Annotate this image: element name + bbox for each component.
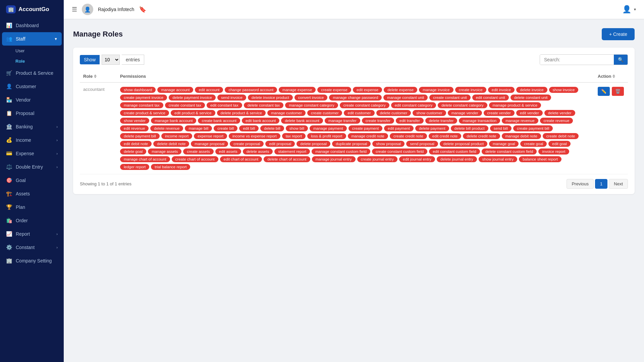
permission-badge: create vender: [484, 110, 515, 116]
permission-badge: manage constant custom field: [312, 148, 370, 155]
sidebar-label-banking: Banking: [16, 124, 33, 129]
permission-badge: delete constant unit: [511, 95, 551, 101]
search-button[interactable]: 🔍: [614, 55, 628, 65]
sidebar-item-vendor[interactable]: 🏪 Vendor: [0, 93, 64, 107]
sidebar-item-expense[interactable]: 💳 Expense ›: [0, 147, 64, 160]
bookmark-icon[interactable]: 🔖: [139, 6, 146, 13]
permission-badge: create revenue: [540, 118, 573, 124]
permission-badge: create constant unit: [429, 95, 470, 101]
topbar-chevron-icon[interactable]: ▾: [634, 7, 636, 12]
topbar-right: 👤 ▾: [622, 5, 636, 14]
sidebar-item-company-setting[interactable]: 🏢 Company Setting: [0, 254, 64, 267]
permission-badge: manage assets: [148, 148, 181, 155]
action-cell: ✏️ 🗑️: [594, 82, 628, 174]
permission-badge: show proposal: [372, 141, 405, 147]
sidebar-item-report[interactable]: 📈 Report ›: [0, 227, 64, 241]
sidebar-item-constant[interactable]: ⚙️ Constant ›: [0, 241, 64, 254]
sidebar-item-proposal[interactable]: 📋 Proposal: [0, 107, 64, 120]
permission-badge: manage vender: [448, 110, 482, 116]
topbar-user-icon[interactable]: 👤: [622, 5, 631, 14]
product-icon: 🛒: [6, 70, 12, 76]
search-box: 🔍: [540, 54, 628, 65]
edit-button[interactable]: ✏️: [598, 87, 610, 96]
page-1-button[interactable]: 1: [595, 179, 607, 189]
sidebar-label-assets: Assets: [16, 191, 30, 196]
sidebar-item-order[interactable]: 🛍️ Order: [0, 214, 64, 227]
permissions-cell: show dashboardmanage accountedit account…: [117, 82, 594, 174]
permission-badge: manage goal: [489, 141, 519, 147]
permission-badge: delete assets: [243, 148, 273, 155]
sidebar-item-goal[interactable]: 🎯 Goal: [0, 174, 64, 187]
sidebar-label-staff: Staff: [16, 36, 25, 42]
permission-badge: expense report: [194, 133, 227, 139]
sidebar-item-banking[interactable]: 🏦 Banking ›: [0, 120, 64, 133]
permission-badge: edit account: [195, 87, 223, 93]
delete-button[interactable]: 🗑️: [612, 87, 624, 96]
sidebar-item-income[interactable]: 💰 Income ›: [0, 133, 64, 147]
permission-badge: create invoice: [455, 87, 486, 93]
app-logo[interactable]: 🏢 AccountGo: [0, 0, 64, 19]
permission-badge: manage account: [157, 87, 193, 93]
sidebar-item-dashboard[interactable]: 📊 Dashboard: [0, 19, 64, 32]
permission-badge: tax report: [282, 133, 306, 139]
search-input[interactable]: [540, 55, 614, 65]
topbar: ☰ 👤 Rajodiya Infotech 🔖 👤 ▾: [64, 0, 644, 19]
permission-badge: create expense: [317, 87, 351, 93]
permission-badge: show vender: [120, 118, 149, 124]
permission-badge: edit payment: [384, 125, 414, 131]
menu-toggle-button[interactable]: ☰: [72, 6, 77, 13]
permission-badge: edit constant custom field: [429, 148, 480, 155]
sidebar-label-vendor: Vendor: [16, 97, 31, 103]
next-button[interactable]: Next: [609, 179, 628, 189]
permission-badge: manage invoice: [419, 87, 453, 93]
customer-icon: 👤: [6, 83, 12, 89]
showing-text: Showing 1 to 1 of 1 entries: [80, 181, 131, 186]
sidebar-item-assets[interactable]: 🏗️ Assets: [0, 187, 64, 200]
permission-badge: manage debit note: [502, 133, 541, 139]
action-sort-icon[interactable]: [612, 74, 615, 78]
permission-badge: income vs expense report: [229, 133, 280, 139]
sidebar-label-income: Income: [16, 137, 31, 143]
permission-badge: edit revenue: [120, 125, 149, 131]
permission-badge: statement report: [274, 148, 310, 155]
sidebar-label-company-setting: Company Setting: [16, 258, 52, 263]
permission-badge: edit goal: [548, 141, 570, 147]
sidebar-item-plan[interactable]: 🏆 Plan: [0, 200, 64, 214]
permission-badge: create credit note: [390, 133, 427, 139]
page-header: Manage Roles + Create: [73, 28, 635, 40]
permission-badge: show bill: [286, 125, 308, 131]
permission-badge: manage constant category: [285, 102, 338, 108]
previous-button[interactable]: Previous: [567, 179, 594, 189]
permission-badge: create transfer: [362, 118, 394, 124]
sidebar-sub-user[interactable]: User: [0, 46, 64, 56]
sidebar: 🏢 AccountGo 📊 Dashboard 👥 Staff ▼ User R…: [0, 0, 64, 362]
sidebar-label-order: Order: [16, 218, 28, 223]
permission-badge: edit constant tax: [207, 102, 242, 108]
permission-badge: create bank account: [198, 118, 240, 124]
sidebar-sub-label-role: Role: [15, 59, 25, 64]
sidebar-item-product[interactable]: 🛒 Product & Service: [0, 66, 64, 80]
permission-badge: send bill: [490, 125, 512, 131]
income-icon: 💰: [6, 137, 12, 143]
permission-badge: delete vender: [544, 110, 575, 116]
permission-badge: edit proposal: [265, 141, 295, 147]
sidebar-sub-role[interactable]: Role: [0, 56, 64, 66]
permission-badge: edit credit note: [429, 133, 461, 139]
permission-badge: delete chart of account: [264, 156, 310, 162]
assets-icon: 🏗️: [6, 191, 12, 197]
expense-icon: 💳: [6, 150, 12, 157]
permission-badge: delete journal entry: [437, 156, 477, 162]
sidebar-item-double-entry[interactable]: ⚖️ Double Entry ›: [0, 160, 64, 174]
sidebar-label-expense: Expense: [16, 151, 34, 156]
permission-badge: send proposal: [406, 141, 438, 147]
entries-select[interactable]: 10 25 50 100: [102, 55, 120, 65]
create-button[interactable]: + Create: [602, 28, 635, 40]
permission-badge: manage expense: [279, 87, 316, 93]
sidebar-item-staff[interactable]: 👥 Staff ▼: [2, 32, 62, 46]
sidebar-item-customer[interactable]: 👤 Customer: [0, 80, 64, 93]
table-footer: Showing 1 to 1 of 1 entries Previous 1 N…: [80, 179, 628, 189]
show-entries: Show 10 25 50 100 entries: [80, 55, 144, 65]
permission-badge: delete bill: [260, 125, 284, 131]
permission-badge: manage revenue: [502, 118, 538, 124]
role-sort-icon[interactable]: [94, 74, 97, 78]
